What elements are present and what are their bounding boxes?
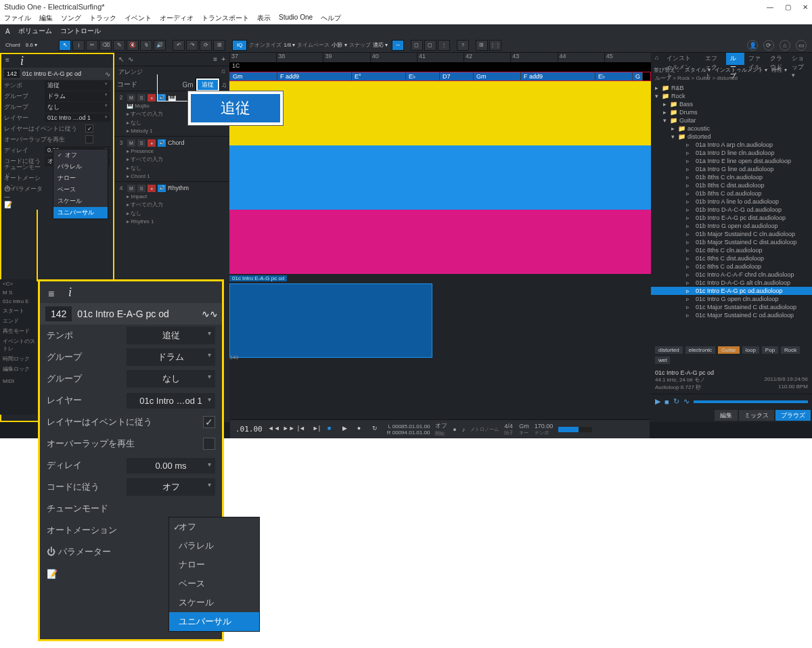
tree-folder[interactable]: ▾📁distorted <box>651 133 812 141</box>
add-track-icon[interactable]: + <box>221 55 225 63</box>
audio-clip[interactable] <box>229 283 432 358</box>
browser-tag[interactable]: loop <box>742 346 759 354</box>
tree-file[interactable]: ▹01c Major Sustained C dist.audioloop <box>651 303 812 311</box>
tree-file[interactable]: ▹01c 8ths C cln.audioloop <box>651 246 812 254</box>
list-icon[interactable]: ≡ <box>5 56 15 66</box>
view-2-icon[interactable]: ⋮⋮ <box>489 40 501 51</box>
mute-button[interactable]: M <box>127 94 135 101</box>
track-lane-3[interactable] <box>229 145 651 210</box>
control-label[interactable]: コントロール <box>60 26 101 36</box>
chord-cell[interactable]: F add9 <box>277 72 352 80</box>
monitor-button[interactable]: 🔊 <box>158 185 166 192</box>
arrange-menu-icon[interactable]: ♫ <box>221 68 225 77</box>
range-tool-icon[interactable]: ⸡ <box>72 40 85 51</box>
tree-file[interactable]: ▹01b Major Sustained C dist.audioloop <box>651 238 812 246</box>
tree-folder[interactable]: ▾📁Rock <box>651 92 812 100</box>
draw-tool-icon[interactable]: ✎ <box>113 40 125 51</box>
browser-tab[interactable]: ループ <box>726 53 744 65</box>
loop-icon[interactable]: ↻ <box>372 425 382 434</box>
info-icon[interactable]: i <box>20 54 24 68</box>
notif-icon[interactable]: ▭ <box>796 40 807 51</box>
chord-selector[interactable]: Chord <box>5 42 20 48</box>
z-layerfollow-checkbox[interactable]: ✓ <box>203 416 215 428</box>
tree-file[interactable]: ▹01c Intro D-A-C-G alt cln.audioloop <box>651 279 812 287</box>
menu-Studio One[interactable]: Studio One <box>279 14 313 24</box>
tree-folder[interactable]: ▸📁acoustic <box>651 124 812 133</box>
undo-icon[interactable]: ↶ <box>173 40 185 51</box>
stop-icon[interactable]: ■ <box>328 425 337 434</box>
tune-option[interactable]: ユニバーサル <box>53 207 108 218</box>
browser-tab[interactable]: ファイル <box>744 53 766 65</box>
chord-cell[interactable]: G <box>633 72 643 80</box>
browser-tag[interactable]: electronic <box>685 346 715 354</box>
quantize-value[interactable]: 1/8 ▾ <box>284 42 295 48</box>
tree-folder[interactable]: ▸📁Drums <box>651 108 812 116</box>
preview-stop-icon[interactable]: ■ <box>664 398 669 406</box>
tree-file[interactable]: ▹01b Intro E-A-G pc dist.audioloop <box>651 214 812 222</box>
chord-cell[interactable]: E♭ <box>595 72 633 80</box>
solo-button[interactable]: S <box>137 139 145 147</box>
bend-tool-icon[interactable]: ↯ <box>140 40 152 51</box>
tree-folder[interactable]: ▾📁Guitar <box>651 116 812 124</box>
track-list-icon[interactable]: ≡ <box>213 55 217 63</box>
menu-ヘルプ[interactable]: ヘルプ <box>321 14 341 24</box>
mute-button[interactable]: M <box>127 139 135 147</box>
menu-オーディオ[interactable]: オーディオ <box>160 14 194 24</box>
bottom-tab[interactable]: ブラウズ <box>775 410 811 421</box>
browser-tab[interactable]: インストゥルメント <box>662 53 701 65</box>
autoscroll-icon[interactable]: ⟳ <box>200 40 212 51</box>
record-indicator[interactable]: ● <box>453 426 456 433</box>
zoom-pct[interactable]: 8.6 ▾ <box>26 42 37 48</box>
browser-tag[interactable]: Pop <box>762 346 778 354</box>
z-group1-select[interactable]: ドラム <box>127 348 215 366</box>
browser-home-icon[interactable]: ⌂ <box>651 53 662 65</box>
record-button[interactable]: ● <box>148 139 156 147</box>
z-chord-select[interactable]: オフ <box>127 478 215 496</box>
solo-button[interactable]: S <box>137 185 145 192</box>
record-button[interactable]: ● <box>148 94 156 101</box>
z-overlap-checkbox[interactable] <box>203 438 215 450</box>
tree-file[interactable]: ▹01b Major Sustained C cln.audioloop <box>651 230 812 238</box>
tree-file[interactable]: ▹01a Intro D line cln.audioloop <box>651 149 812 157</box>
home-icon[interactable]: ⌂ <box>780 40 790 51</box>
preview-play-icon[interactable]: ▶ <box>655 397 660 406</box>
erase-tool-icon[interactable]: ⌫ <box>99 40 112 51</box>
group2-select[interactable]: なし <box>45 102 110 112</box>
layer-select[interactable]: 01c Intro …od 1 <box>45 114 110 122</box>
mode-1-icon[interactable]: ◻ <box>411 40 423 51</box>
sort-style[interactable]: スタイル ▾ <box>685 66 710 74</box>
z-delay-value[interactable]: 0.00 ms <box>127 458 215 473</box>
track-arrow-icon[interactable]: ↖ <box>118 55 124 63</box>
track-lane-4[interactable] <box>229 210 651 274</box>
arrow-tool-icon[interactable]: ↖ <box>59 40 71 51</box>
tune-option[interactable]: ベース <box>53 184 108 195</box>
tempo-select[interactable]: 追従 <box>45 80 110 91</box>
z-tune-option[interactable]: パラレル <box>169 536 259 555</box>
z-edit-icon[interactable]: 📝 <box>47 569 127 579</box>
z-group2-select[interactable]: なし <box>127 370 215 388</box>
help-icon[interactable]: ? <box>457 40 469 51</box>
menu-ファイル[interactable]: ファイル <box>4 14 31 24</box>
metronome-icon[interactable]: ♪ <box>462 426 466 433</box>
mode-3-icon[interactable]: ⋮ <box>438 40 450 51</box>
track-lane-2[interactable] <box>229 81 651 145</box>
snap-value[interactable]: 適応 ▾ <box>373 41 388 49</box>
maximize-icon[interactable]: ▢ <box>785 3 791 11</box>
iq-button[interactable]: IQ <box>232 40 247 51</box>
browser-tag[interactable]: Guitar <box>718 346 740 354</box>
mute-tool-icon[interactable]: 🔇 <box>127 40 139 51</box>
z-tune-option[interactable]: ナロー <box>169 555 259 574</box>
chord-follow-button[interactable]: 追従 <box>196 78 219 91</box>
menu-トランスポート[interactable]: トランスポート <box>202 14 249 24</box>
solo-button[interactable]: S <box>137 94 145 101</box>
tree-file[interactable]: ▹01c 8ths C od.audioloop <box>651 262 812 271</box>
chord-bar[interactable]: GmF add9E°E♭D7GmF add9E♭G <box>229 72 651 81</box>
volume-label[interactable]: ボリューム <box>18 26 52 36</box>
browser-breadcrumb[interactable]: ループ > Rock > Guitar > distorted <box>651 74 812 84</box>
snap-icon[interactable]: ⊞ <box>213 40 225 51</box>
tree-folder[interactable]: ▸📁Bass <box>651 100 812 108</box>
tree-file[interactable]: ▹01c Intro G open cln.audioloop <box>651 295 812 303</box>
sort-instrument[interactable]: インストゥルメント ▾ <box>715 66 767 74</box>
transport-position[interactable]: .01.00 <box>235 425 263 434</box>
prev-icon[interactable]: |◄ <box>298 425 307 434</box>
